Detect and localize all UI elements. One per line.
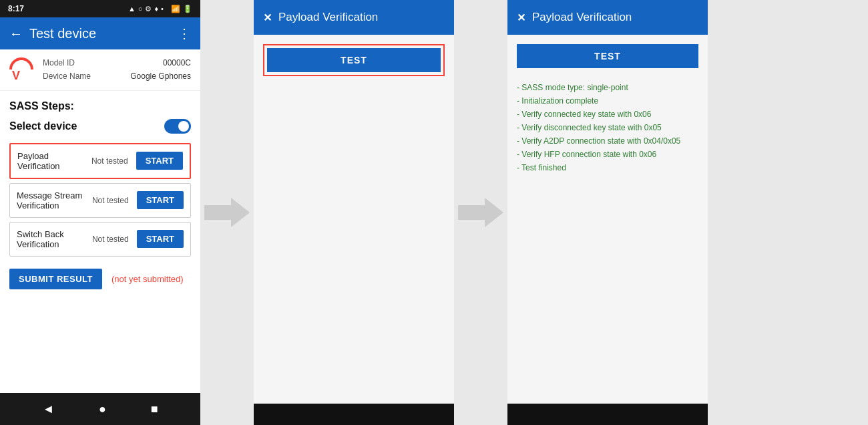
arrow-shape-1: [204, 198, 250, 227]
status-time: 8:17: [8, 4, 24, 13]
steps-container: Payload VerificationNot testedSTARTMessa…: [9, 143, 191, 257]
page-title: Test device: [29, 26, 171, 41]
device-logo: V: [9, 57, 33, 82]
device-name-row: Device Name Google Gphones: [43, 69, 191, 83]
arrow-head-2: [485, 198, 503, 227]
dialog-bottombar-1: [254, 404, 454, 425]
dialog-close-button-1[interactable]: ✕: [263, 11, 272, 24]
nav-recent-button[interactable]: ■: [151, 402, 158, 416]
dialog-title-2: Payload Verification: [532, 11, 632, 24]
logo-arc: [9, 57, 33, 69]
step-status-1: Not tested: [92, 196, 129, 205]
step-name-2: Switch Back Verification: [17, 229, 88, 249]
logo-v: V: [12, 69, 20, 82]
dialog-panel-2: ✕ Payload Verification TEST - SASS mode …: [507, 0, 708, 425]
sim-icon: ○: [138, 5, 143, 13]
status-icons: ▲ ○ ⚙ ♦ • 📶 🔋: [128, 5, 192, 13]
dialog-window-2: ✕ Payload Verification TEST - SASS mode …: [507, 0, 708, 425]
step-status-2: Not tested: [92, 235, 129, 244]
result-line-0: - SASS mode type: single-point: [517, 82, 698, 94]
select-device-label: Select device: [9, 120, 77, 132]
status-bar: 8:17 ▲ ○ ⚙ ♦ • 📶 🔋: [0, 0, 200, 17]
back-button[interactable]: ←: [9, 26, 23, 41]
select-device-row: Select device: [9, 119, 191, 134]
start-button-0[interactable]: START: [136, 152, 183, 170]
step-status-0: Not tested: [91, 156, 128, 166]
dialog-header-1: ✕ Payload Verification: [254, 0, 454, 35]
device-info-section: V Model ID 00000C Device Name Google Gph…: [0, 49, 200, 91]
dialog-bottombar-2: [507, 404, 708, 425]
result-line-2: - Verify connected key state with 0x06: [517, 108, 698, 120]
dialog-header-2: ✕ Payload Verification: [507, 0, 708, 35]
wifi2-icon: 📶: [171, 5, 180, 13]
step-name-0: Payload Verification: [17, 151, 87, 171]
submit-row: SUBMIT RESULT (not yet submitted): [9, 269, 191, 289]
test-button-1[interactable]: TEST: [267, 48, 441, 72]
arrow-body-2: [458, 205, 485, 220]
result-line-1: - Initialization complete: [517, 95, 698, 107]
test-step-row-1: Message Stream VerificationNot testedSTA…: [9, 183, 191, 218]
nav-home-button[interactable]: ●: [99, 402, 106, 416]
test-button-2[interactable]: TEST: [517, 44, 698, 68]
submit-result-button[interactable]: SUBMIT RESULT: [9, 269, 102, 289]
start-button-2[interactable]: START: [137, 230, 184, 248]
result-lines: - SASS mode type: single-point- Initiali…: [517, 82, 698, 174]
arrow-head-1: [231, 198, 250, 227]
phone-content: SASS Steps: Select device Payload Verifi…: [0, 91, 200, 393]
sass-steps-title: SASS Steps:: [9, 100, 191, 112]
dot-icon: •: [161, 5, 164, 13]
result-line-4: - Verify A2DP connection state with 0x04…: [517, 135, 698, 147]
step-name-1: Message Stream Verification: [17, 190, 88, 210]
bt-icon: ♦: [154, 5, 158, 13]
device-details: Model ID 00000C Device Name Google Gphon…: [43, 56, 191, 84]
dialog-body-1: TEST: [254, 35, 454, 404]
result-line-3: - Verify disconnected key state with 0x0…: [517, 122, 698, 134]
arrow-2: [454, 0, 507, 425]
select-device-toggle[interactable]: [164, 119, 191, 134]
phone-navbar: ◄ ● ■: [0, 393, 200, 425]
test-button-container-1: TEST: [263, 44, 445, 76]
wifi-icon: ▲: [128, 5, 136, 13]
device-name-value: Google Gphones: [130, 69, 191, 83]
settings-icon: ⚙: [145, 5, 152, 13]
phone-panel: 8:17 ▲ ○ ⚙ ♦ • 📶 🔋 ← Test device ⋮ V Mod…: [0, 0, 200, 425]
dialog-body-2: TEST - SASS mode type: single-point- Ini…: [507, 35, 708, 404]
battery-icon: 🔋: [183, 5, 192, 13]
device-name-label: Device Name: [43, 69, 91, 83]
arrow-body-1: [204, 205, 231, 220]
nav-back-button[interactable]: ◄: [42, 402, 54, 416]
top-app-bar: ← Test device ⋮: [0, 17, 200, 49]
model-id-label: Model ID: [43, 56, 75, 69]
arrow-shape-2: [458, 198, 503, 227]
dialog-panel-1: ✕ Payload Verification TEST: [254, 0, 454, 425]
test-step-row-2: Switch Back VerificationNot testedSTART: [9, 222, 191, 257]
dialog-title-1: Payload Verification: [278, 11, 378, 24]
start-button-1[interactable]: START: [137, 191, 184, 209]
dialog-close-button-2[interactable]: ✕: [517, 11, 525, 24]
arrow-1: [200, 0, 254, 425]
more-options-icon[interactable]: ⋮: [178, 25, 191, 41]
test-step-row-0: Payload VerificationNot testedSTART: [9, 143, 191, 179]
not-submitted-label: (not yet submitted): [112, 274, 184, 284]
dialog-window-1: ✕ Payload Verification TEST: [254, 0, 454, 425]
result-line-5: - Verify HFP connection state with 0x06: [517, 148, 698, 160]
model-id-value: 00000C: [163, 56, 191, 69]
model-id-row: Model ID 00000C: [43, 56, 191, 69]
result-line-6: - Test finished: [517, 162, 698, 174]
toggle-knob: [178, 121, 189, 132]
